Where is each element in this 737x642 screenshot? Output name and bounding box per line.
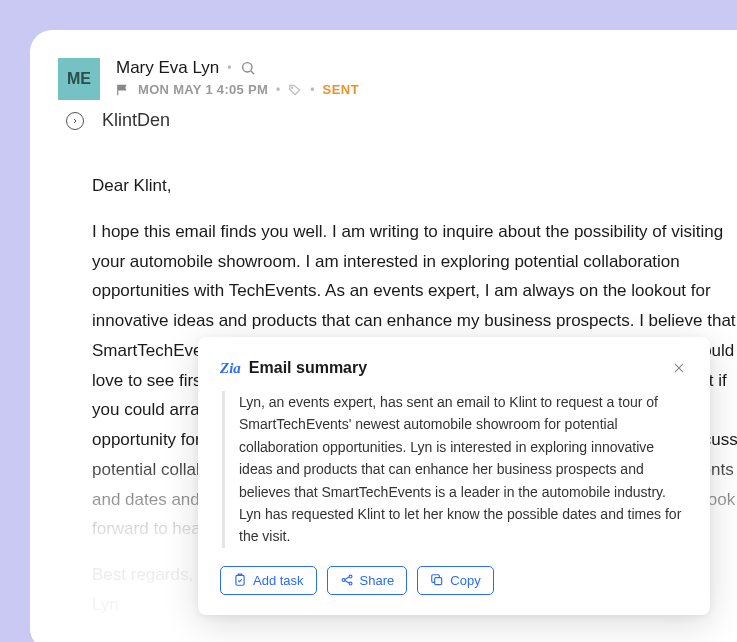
copy-button[interactable]: Copy: [417, 566, 493, 595]
close-icon[interactable]: [670, 359, 688, 377]
svg-point-2: [292, 87, 293, 88]
flag-icon[interactable]: [116, 83, 130, 97]
svg-line-10: [344, 581, 349, 583]
signoff-line-1: Best regards,: [92, 565, 193, 584]
copy-icon: [430, 573, 444, 587]
email-date: MON MAY 1 4:05 PM: [138, 82, 268, 97]
summary-text: Lyn, an events expert, has sent an email…: [222, 391, 688, 548]
header-info: Mary Eva Lyn • MON MAY 1 4:05 PM • • SEN…: [116, 58, 737, 97]
email-subject: KlintDen: [102, 110, 170, 131]
email-summary-popup: Zia Email summary Lyn, an events expert,…: [198, 337, 710, 615]
svg-rect-5: [236, 576, 244, 586]
add-task-label: Add task: [253, 573, 304, 588]
clipboard-check-icon: [233, 573, 247, 587]
popup-header: Zia Email summary: [220, 359, 688, 377]
separator-dot-3: •: [310, 83, 314, 97]
popup-title-wrap: Zia Email summary: [220, 359, 367, 377]
svg-point-0: [242, 63, 251, 72]
svg-rect-11: [435, 578, 442, 585]
share-icon: [340, 573, 354, 587]
search-icon[interactable]: [240, 60, 256, 76]
chevron-right-icon[interactable]: [66, 112, 84, 130]
sender-name[interactable]: Mary Eva Lyn: [116, 58, 219, 78]
popup-actions: Add task Share Copy: [220, 566, 688, 595]
email-greeting: Dear Klint,: [92, 171, 737, 201]
share-label: Share: [360, 573, 395, 588]
zia-icon: Zia: [220, 360, 241, 377]
copy-label: Copy: [450, 573, 480, 588]
email-header: ME Mary Eva Lyn • MON MAY 1 4:05 PM • •: [30, 30, 737, 100]
header-row-1: Mary Eva Lyn •: [116, 58, 737, 78]
svg-line-1: [251, 71, 254, 74]
subject-row: KlintDen: [30, 100, 737, 141]
status-badge: SENT: [323, 82, 360, 97]
header-row-2: MON MAY 1 4:05 PM • • SENT: [116, 82, 737, 97]
avatar[interactable]: ME: [58, 58, 100, 100]
signoff-line-2: Lyn: [92, 595, 119, 614]
svg-line-9: [344, 577, 349, 579]
avatar-initials: ME: [67, 70, 91, 88]
separator-dot: •: [227, 61, 231, 75]
share-button[interactable]: Share: [327, 566, 408, 595]
separator-dot-2: •: [276, 83, 280, 97]
add-task-button[interactable]: Add task: [220, 566, 317, 595]
popup-title: Email summary: [249, 359, 367, 377]
tag-icon[interactable]: [288, 83, 302, 97]
